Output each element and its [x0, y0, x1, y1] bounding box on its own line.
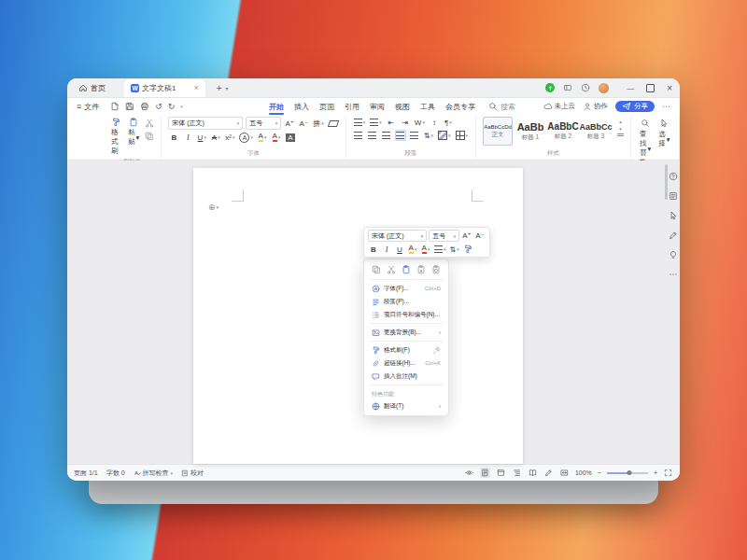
menu-item-font[interactable]: 字体(F)...Ctrl+D: [364, 282, 448, 295]
zoom-out-button[interactable]: −: [598, 469, 601, 476]
quick-access-caret[interactable]: ▾: [180, 104, 183, 109]
style-heading1[interactable]: AaBb标题 1: [515, 117, 545, 146]
menu-item-bullets[interactable]: 项目符号和编号(N)...: [364, 308, 448, 321]
spellcheck-button[interactable]: 拼写检查 ▾: [134, 469, 174, 478]
underline-button[interactable]: U▾: [196, 132, 207, 143]
font-family-select[interactable]: 宋体 (正文) ▾: [168, 117, 243, 130]
font-color-button[interactable]: A▾: [420, 244, 431, 255]
redo-button[interactable]: ↻: [168, 102, 176, 111]
tab-page[interactable]: 页面: [319, 98, 334, 115]
save-button[interactable]: [125, 102, 134, 111]
bold-button[interactable]: B: [168, 132, 179, 143]
format-painter-button[interactable]: [462, 244, 474, 255]
new-tab-button[interactable]: +: [217, 83, 222, 93]
tab-review[interactable]: 审阅: [370, 98, 385, 115]
bullets-button[interactable]: ▾: [433, 244, 447, 255]
char-shading-button[interactable]: A: [285, 132, 296, 143]
distribute-button[interactable]: [409, 130, 420, 141]
italic-button[interactable]: I: [381, 244, 392, 255]
gallery-more-icon[interactable]: [617, 133, 624, 138]
tips-icon[interactable]: [669, 250, 678, 259]
proofread-button[interactable]: 校对: [181, 469, 204, 478]
search-box[interactable]: 搜索: [488, 102, 515, 112]
document-page[interactable]: ⊕ ▾: [193, 168, 523, 464]
more-tools-icon[interactable]: [669, 270, 678, 279]
insert-anchor-button[interactable]: ⊕ ▾: [208, 203, 218, 212]
copy-icon[interactable]: [372, 265, 381, 274]
menu-item-paragraph[interactable]: 段落(P)...: [364, 295, 448, 308]
print-button[interactable]: [140, 102, 149, 111]
indent-button[interactable]: ⇥: [400, 117, 411, 128]
read-mode-icon[interactable]: [528, 468, 538, 478]
tab-view[interactable]: 视图: [395, 98, 410, 115]
paste-button[interactable]: 粘贴▾: [126, 117, 141, 147]
paste-text-icon[interactable]: [416, 265, 426, 274]
copy-button[interactable]: [145, 132, 154, 141]
align-right-button[interactable]: [381, 130, 392, 141]
close-window-button[interactable]: ×: [667, 83, 672, 93]
grow-font-button[interactable]: A⁺: [284, 118, 295, 129]
tab-list-caret-icon[interactable]: ▾: [226, 85, 229, 91]
select-button[interactable]: 选择▾: [656, 117, 671, 148]
italic-button[interactable]: I: [182, 132, 193, 143]
underline-button[interactable]: U: [394, 244, 405, 255]
menu-item-translate[interactable]: 翻译(T)›: [364, 399, 448, 413]
cut-button[interactable]: [145, 119, 154, 128]
gallery-down-icon[interactable]: ▾: [619, 126, 622, 132]
tasks-icon[interactable]: [669, 191, 678, 201]
new-doc-button[interactable]: [110, 102, 120, 111]
fit-page-icon[interactable]: [559, 468, 570, 478]
panel-icon[interactable]: [563, 83, 572, 92]
gallery-up-icon[interactable]: ▴: [619, 119, 622, 124]
line-spacing-button[interactable]: ⇅▾: [423, 130, 434, 141]
enclose-char-button[interactable]: A▾: [238, 132, 254, 143]
justify-button[interactable]: [395, 130, 406, 141]
cut-icon[interactable]: [387, 265, 396, 274]
tab-home[interactable]: 开始: [269, 98, 284, 115]
font-color-button[interactable]: A▾: [271, 132, 282, 143]
shrink-font-button[interactable]: A⁻: [298, 118, 309, 129]
grow-font-button[interactable]: A⁺: [461, 231, 472, 242]
menu-item-background[interactable]: 更换背景(B)...›: [364, 326, 448, 339]
zoom-level[interactable]: 100%: [575, 469, 592, 476]
zoom-slider[interactable]: [607, 472, 648, 474]
shrink-font-button[interactable]: A⁻: [474, 231, 486, 242]
page-view-icon[interactable]: [480, 468, 490, 478]
help-icon[interactable]: [669, 172, 678, 181]
shading-button[interactable]: ▾: [437, 130, 452, 141]
highlight-button[interactable]: A▾: [407, 244, 418, 255]
zoom-slider-thumb[interactable]: [627, 470, 632, 475]
font-family-select[interactable]: 宋体 (正文) ▾: [368, 230, 427, 242]
superscript-button[interactable]: x²▾: [224, 132, 235, 143]
eye-protection-icon[interactable]: [464, 468, 474, 478]
menu-item-comment[interactable]: 插入批注(M): [364, 370, 448, 383]
align-center-button[interactable]: [367, 130, 378, 141]
avatar[interactable]: [599, 83, 609, 93]
fullscreen-icon[interactable]: [663, 468, 673, 478]
document-tab[interactable]: W 文字文稿1 ×: [124, 79, 205, 97]
select-tool-icon[interactable]: [669, 211, 678, 220]
paste-icon[interactable]: [402, 265, 411, 274]
format-painter-button[interactable]: 格式刷: [109, 117, 122, 157]
font-size-select[interactable]: 五号 ▾: [246, 117, 281, 130]
text-direction-button[interactable]: W▾: [414, 117, 426, 128]
share-button[interactable]: 分享: [615, 101, 655, 112]
phonetic-guide-button[interactable]: 拼▾: [312, 118, 325, 129]
tab-tools[interactable]: 工具: [420, 98, 435, 115]
home-tab[interactable]: 首页: [73, 83, 111, 93]
borders-button[interactable]: ▾: [455, 130, 470, 141]
word-count[interactable]: 字数 0: [106, 469, 125, 478]
bold-button[interactable]: B: [368, 244, 379, 255]
line-spacing-button[interactable]: ⇅▾: [449, 244, 460, 255]
file-menu-button[interactable]: ≡ 文件: [77, 102, 99, 112]
zoom-in-button[interactable]: +: [654, 469, 657, 476]
cloud-status-button[interactable]: 未上云: [543, 102, 576, 111]
history-icon[interactable]: [581, 83, 590, 92]
style-heading3[interactable]: AaBbCc标题 3: [581, 117, 611, 146]
outline-view-icon[interactable]: [512, 468, 522, 478]
char-scale-button[interactable]: ↕: [429, 117, 440, 128]
show-marks-button[interactable]: ¶▾: [443, 117, 454, 128]
numbering-button[interactable]: ▾: [369, 117, 383, 128]
style-normal[interactable]: AaBbCcDd正文: [483, 117, 513, 146]
pen-tool-icon[interactable]: [669, 231, 678, 240]
